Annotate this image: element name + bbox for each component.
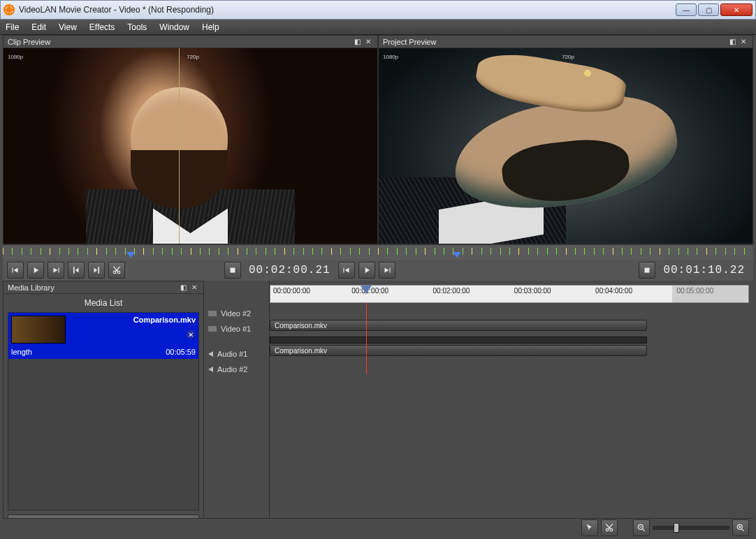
timeline-label-0: 00:00:00:00 — [273, 287, 310, 295]
timeline-label-4: 00:04:00:00 — [595, 287, 632, 295]
menu-view[interactable]: View — [59, 22, 77, 32]
project-ruler-marker[interactable] — [453, 252, 461, 258]
media-list: Comparison.mkv ✕ length 00:05:59 — [8, 312, 199, 510]
menu-effects[interactable]: Effects — [89, 22, 115, 32]
timeline-clip-video1[interactable]: Comparison.mkv — [270, 320, 647, 331]
timeline-playhead-line — [366, 303, 367, 374]
window-minimize-button[interactable]: — — [676, 3, 697, 16]
tool-cut-button[interactable] — [601, 519, 618, 536]
track-labels: Video #2 Video #1 Audio #1 Audio #2 — [204, 281, 270, 536]
zoom-slider-thumb[interactable] — [674, 523, 679, 533]
project-skip-fwd-button[interactable] — [379, 262, 395, 279]
transport-toolbar: 00:02:00.21 00:01:10.22 — [3, 260, 753, 281]
clip-skip-back-button[interactable] — [7, 262, 24, 279]
media-item-remove-icon[interactable]: ✕ — [186, 330, 196, 339]
app-icon — [3, 4, 15, 15]
menu-edit[interactable]: Edit — [31, 22, 46, 32]
clip-preview-pane: Clip Preview ◧ ✕ 1080p 720p — [3, 35, 378, 244]
media-library-title: Media Library — [8, 283, 54, 292]
track-divider — [270, 334, 753, 344]
project-preview-viewport[interactable]: 1080p 720p — [379, 48, 753, 244]
project-preview-close-icon[interactable]: ✕ — [739, 37, 748, 47]
timeline-tracks: Comparison.mkv Comparison.mkv — [270, 303, 753, 374]
window-titlebar: VideoLAN Movie Creator - Video * (Not Re… — [0, 0, 756, 20]
project-preview-undock-icon[interactable]: ◧ — [727, 37, 737, 47]
media-list-label: Media List — [3, 294, 203, 312]
timeline-clip-audio1[interactable]: Comparison.mkv — [270, 345, 647, 356]
project-timecode: 00:01:10.22 — [659, 264, 749, 276]
timeline-ruler[interactable]: 00:00:00:00 00:01:00:00 00:02:00:00 00:0… — [270, 285, 749, 303]
project-play-button[interactable] — [358, 262, 375, 279]
media-item-length-value: 00:05:59 — [166, 348, 196, 356]
timeline-label-3: 00:03:00:00 — [514, 287, 551, 295]
timeline[interactable]: 00:00:00:00 00:01:00:00 00:02:00:00 00:0… — [270, 281, 753, 536]
media-item[interactable]: Comparison.mkv ✕ length 00:05:59 — [8, 313, 198, 359]
media-library-close-icon[interactable]: ✕ — [189, 283, 199, 293]
project-right-badge: 720p — [562, 54, 574, 60]
svg-rect-3 — [645, 268, 650, 273]
clip-cut-button[interactable] — [108, 262, 125, 279]
clip-preview-undock-icon[interactable]: ◧ — [352, 37, 362, 47]
media-item-length-label: length — [11, 348, 32, 356]
clip-mark-out-button[interactable] — [88, 262, 105, 279]
content-area: Clip Preview ◧ ✕ 1080p 720p Project Prev… — [3, 35, 753, 536]
timeline-label-2: 00:02:00:00 — [433, 287, 470, 295]
clip-preview-close-icon[interactable]: ✕ — [363, 37, 373, 47]
clip-skip-fwd-button[interactable] — [48, 262, 64, 279]
tool-pointer-button[interactable] — [581, 519, 598, 536]
preview-row: Clip Preview ◧ ✕ 1080p 720p Project Prev… — [3, 35, 753, 244]
track-label-video1[interactable]: Video #1 — [204, 321, 269, 337]
track-label-audio2[interactable]: Audio #2 — [204, 362, 269, 377]
media-item-filename: Comparison.mkv — [133, 316, 196, 324]
track-label-video2[interactable]: Video #2 — [204, 306, 269, 321]
media-item-thumbnail — [11, 316, 66, 344]
timeline-clip-thin[interactable] — [270, 337, 647, 344]
bottom-toolbar — [3, 518, 753, 536]
media-library-panel: Media Library ◧ ✕ Media List Comparison.… — [3, 281, 204, 536]
menu-window[interactable]: Window — [159, 22, 189, 32]
timeline-playhead-handle[interactable] — [361, 286, 372, 294]
clip-play-button[interactable] — [27, 262, 44, 279]
zoom-out-button[interactable] — [633, 519, 650, 536]
svg-rect-2 — [231, 268, 235, 273]
menubar: File Edit View Effects Tools Window Help — [0, 20, 756, 35]
project-left-badge: 1080p — [383, 54, 398, 60]
clip-left-badge: 1080p — [8, 54, 23, 60]
clip-timecode: 00:02:00.21 — [245, 264, 335, 276]
clip-preview-viewport[interactable]: 1080p 720p — [3, 48, 377, 244]
track-label-audio1[interactable]: Audio #1 — [204, 346, 269, 362]
window-close-button[interactable]: ✕ — [720, 3, 753, 16]
timeline-label-5: 00:05:00:00 — [676, 287, 713, 295]
clip-stop-button[interactable] — [224, 262, 241, 279]
track-video2[interactable] — [270, 303, 753, 318]
media-library-undock-icon[interactable]: ◧ — [178, 283, 188, 293]
clip-mark-in-button[interactable] — [68, 262, 85, 279]
preview-ruler[interactable] — [3, 244, 753, 260]
project-skip-back-button[interactable] — [338, 262, 355, 279]
project-preview-pane: Project Preview ◧ ✕ 1080p 720p — [378, 35, 753, 244]
track-audio2[interactable] — [270, 359, 753, 374]
zoom-slider[interactable] — [653, 526, 729, 530]
project-preview-title: Project Preview — [383, 38, 436, 46]
zoom-in-button[interactable] — [732, 519, 749, 536]
menu-help[interactable]: Help — [202, 22, 219, 32]
window-title: VideoLAN Movie Creator - Video * (Not Re… — [19, 5, 674, 15]
clip-right-badge: 720p — [187, 54, 199, 60]
lower-area: Media Library ◧ ✕ Media List Comparison.… — [3, 281, 753, 536]
track-video1[interactable]: Comparison.mkv — [270, 318, 753, 334]
menu-tools[interactable]: Tools — [127, 22, 147, 32]
project-stop-button[interactable] — [639, 262, 655, 279]
menu-file[interactable]: File — [6, 22, 19, 32]
track-audio1[interactable]: Comparison.mkv — [270, 344, 753, 359]
clip-preview-title: Clip Preview — [8, 38, 50, 46]
window-maximize-button[interactable]: ▢ — [698, 3, 719, 16]
